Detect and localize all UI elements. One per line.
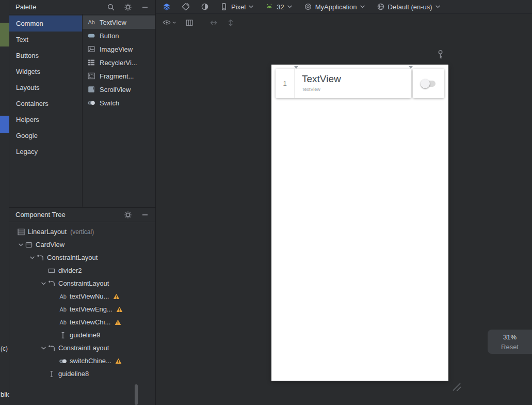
tree-node-constraintlayout[interactable]: ConstraintLayout bbox=[9, 251, 155, 264]
tree-node-label: textViewNu... bbox=[70, 292, 109, 300]
textview-icon: Ab bbox=[87, 18, 95, 26]
palette-category-legacy[interactable]: Legacy bbox=[9, 144, 82, 160]
zoom-reset-button[interactable]: Reset bbox=[488, 342, 532, 352]
palette-component-recyclervi[interactable]: RecyclerVi... bbox=[83, 56, 155, 69]
tree-node-textvieweng[interactable]: AbtextViewEng... bbox=[9, 303, 155, 316]
palette-component-button[interactable]: Button bbox=[83, 29, 155, 42]
tree-node-textviewnu[interactable]: AbtextViewNu... bbox=[9, 290, 155, 303]
design-mode-icon[interactable] bbox=[163, 3, 171, 11]
guideline-icon bbox=[47, 370, 56, 378]
minimize-icon[interactable] bbox=[141, 3, 149, 11]
editor-left-strip: (c) blic bbox=[0, 0, 9, 405]
component-tree-panel: Component Tree LinearLayout(vertical)Car… bbox=[9, 207, 155, 405]
locale-selector[interactable]: Default (en-us) bbox=[377, 3, 440, 11]
row-number: 1 bbox=[276, 69, 295, 98]
tree-node-textviewchi[interactable]: AbtextViewChi... bbox=[9, 316, 155, 329]
swap-horizontal-button[interactable] bbox=[209, 19, 218, 27]
chevron-spacer bbox=[40, 267, 47, 275]
switch-icon bbox=[59, 357, 67, 365]
warning-icon bbox=[115, 357, 123, 365]
switch-icon bbox=[87, 99, 95, 107]
chevron-down-icon[interactable] bbox=[17, 241, 25, 249]
palette-category-helpers[interactable]: Helpers bbox=[9, 112, 82, 128]
textview-group: TextView TextView bbox=[295, 69, 341, 98]
palette-component-scrollview[interactable]: ScrollView bbox=[83, 83, 155, 96]
textview-icon: Ab bbox=[59, 292, 67, 301]
preview-textview-subtitle[interactable]: TextView bbox=[302, 87, 341, 92]
preview-textview-title[interactable]: TextView bbox=[302, 73, 341, 85]
api-level-selector[interactable]: 32 bbox=[265, 3, 292, 11]
app-circle-icon bbox=[304, 3, 312, 11]
chevron-spacer bbox=[51, 357, 59, 365]
blueprint-mode-icon[interactable] bbox=[182, 3, 190, 11]
chevron-down-icon[interactable] bbox=[40, 344, 47, 352]
palette-category-layouts[interactable]: Layouts bbox=[9, 80, 82, 96]
search-icon[interactable] bbox=[107, 3, 115, 11]
chevron-spacer bbox=[51, 331, 59, 339]
render-key-icon[interactable] bbox=[437, 50, 444, 59]
chevron-spacer bbox=[9, 228, 17, 236]
palette-category-google[interactable]: Google bbox=[9, 128, 82, 144]
theme-mode-icon[interactable] bbox=[201, 3, 209, 11]
tree-node-label: CardView bbox=[36, 241, 65, 248]
palette-component-switch[interactable]: Switch bbox=[83, 96, 155, 110]
gear-icon[interactable] bbox=[124, 211, 132, 219]
tree-node-cardview[interactable]: CardView bbox=[9, 238, 155, 251]
warning-icon bbox=[112, 292, 120, 301]
palette-category-text[interactable]: Text bbox=[9, 32, 82, 48]
gear-icon[interactable] bbox=[124, 3, 132, 11]
tree-node-label: ConstraintLayout bbox=[58, 344, 109, 352]
palette-body: CommonTextButtonsWidgetsLayoutsContainer… bbox=[9, 14, 155, 207]
linearlayout-icon bbox=[17, 228, 25, 236]
theme-selector[interactable]: MyApplication bbox=[304, 3, 365, 11]
palette-category-buttons[interactable]: Buttons bbox=[9, 48, 82, 64]
device-selector[interactable]: Pixel bbox=[220, 3, 253, 11]
zoom-controls: 31% Reset bbox=[488, 330, 532, 354]
scrollbar-thumb[interactable] bbox=[135, 384, 138, 405]
tree-node-divider2[interactable]: divider2 bbox=[9, 264, 155, 277]
palette-title: Palette bbox=[15, 3, 36, 11]
tree-node-label: ConstraintLayout bbox=[47, 254, 98, 261]
view-options-button[interactable] bbox=[163, 19, 176, 27]
switch-card[interactable] bbox=[413, 69, 444, 98]
tree-node-label: guideline9 bbox=[70, 331, 100, 339]
chevron-down-icon bbox=[436, 5, 440, 8]
chevron-down-icon[interactable] bbox=[40, 279, 47, 288]
tree-node-label: LinearLayout bbox=[28, 228, 67, 236]
canvas-resize-handle[interactable] bbox=[451, 381, 462, 393]
tree-node-guideline9[interactable]: guideline9 bbox=[9, 329, 155, 341]
component-label: Fragment... bbox=[100, 72, 134, 80]
palette-component-textview[interactable]: AbTextView bbox=[83, 15, 155, 29]
palette-component-fragment[interactable]: Fragment... bbox=[83, 69, 155, 83]
scrollview-icon bbox=[87, 85, 95, 94]
globe-icon bbox=[377, 3, 385, 11]
warning-icon bbox=[116, 305, 124, 314]
tree-node-constraintlayout[interactable]: ConstraintLayout bbox=[9, 341, 155, 354]
tree-node-switchchine[interactable]: switchChine... bbox=[9, 354, 155, 367]
constraintlayout-icon bbox=[47, 344, 56, 352]
api-level-label: 32 bbox=[277, 3, 284, 11]
design-main-toolbar: Pixel 32 MyApplication Default (en-us) bbox=[156, 0, 532, 14]
tree-node-linearlayout[interactable]: LinearLayout(vertical) bbox=[9, 225, 155, 238]
list-item-card[interactable]: 1 TextView TextView bbox=[276, 69, 411, 98]
palette-category-widgets[interactable]: Widgets bbox=[9, 64, 82, 80]
split-view-button[interactable] bbox=[185, 19, 194, 27]
palette-panel: Palette CommonTextButtonsWidgetsLayoutsC… bbox=[9, 0, 155, 207]
palette-category-common[interactable]: Common bbox=[9, 15, 82, 32]
minimize-icon[interactable] bbox=[141, 211, 149, 219]
device-preview-canvas[interactable]: 1 TextView TextView bbox=[271, 65, 448, 381]
swap-vertical-button[interactable] bbox=[227, 19, 235, 27]
split-columns-icon bbox=[185, 19, 194, 27]
tree-node-guideline8[interactable]: guideline8 bbox=[9, 367, 155, 380]
switch-toggle[interactable] bbox=[421, 79, 437, 88]
palette-category-containers[interactable]: Containers bbox=[9, 96, 82, 112]
tree-node-constraintlayout[interactable]: ConstraintLayout bbox=[9, 277, 155, 290]
tree-node-suffix: (vertical) bbox=[70, 228, 94, 236]
design-sub-toolbar bbox=[156, 14, 235, 31]
view-icon bbox=[47, 267, 56, 275]
chevron-down-icon bbox=[249, 5, 253, 8]
guideline-icon bbox=[59, 331, 67, 339]
tree-node-label: textViewEng... bbox=[70, 305, 112, 313]
chevron-down-icon[interactable] bbox=[28, 254, 36, 262]
palette-component-imageview[interactable]: ImageView bbox=[83, 42, 155, 56]
